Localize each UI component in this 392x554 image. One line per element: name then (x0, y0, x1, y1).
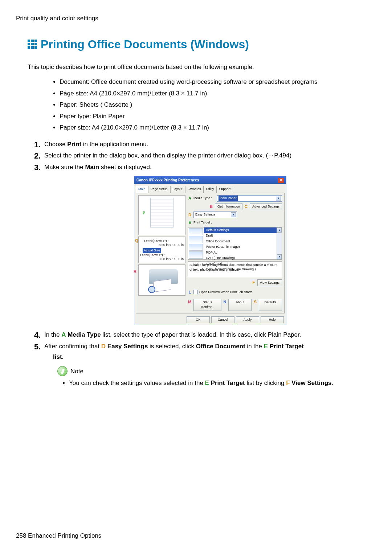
tab-favorites[interactable]: Favorites (185, 186, 204, 193)
marker-f: F (252, 279, 256, 287)
marker-m: M (188, 299, 192, 311)
step-5: After conﬁrming that D Easy Settings is … (34, 342, 376, 388)
target-item[interactable]: Poster (Graphic Image) (204, 244, 277, 250)
tab-utility[interactable]: Utility (204, 186, 217, 193)
letter-label: Letter(8.5"x11") : (140, 253, 164, 257)
marker-a-inline: A (61, 331, 66, 338)
marker-d-inline: D (101, 343, 106, 350)
close-icon[interactable]: × (278, 178, 284, 183)
marker-a: A (188, 195, 192, 201)
status-monitor-button[interactable]: Status Monitor... (193, 299, 221, 311)
dialog-titlebar: Canon iPFxxxx Printing Preferences × (134, 176, 286, 184)
dialog-title: Canon iPFxxxx Printing Preferences (136, 177, 199, 183)
kw-print-target: Print Target (211, 379, 245, 386)
kw-media-type: Media Type (68, 331, 101, 338)
step-1: Choose Print in the application menu. (34, 140, 376, 149)
letter-dim: 8.50 in x 11.00 in (159, 257, 184, 262)
marker-c: C (244, 204, 248, 210)
view-settings-button[interactable]: View Settings (257, 279, 282, 287)
page-number: 258 (16, 532, 26, 539)
step-list: Choose Print in the application menu. Se… (34, 140, 376, 388)
defaults-button[interactable]: Defaults (259, 299, 282, 311)
spec-item: Document: Ofﬁce document created using w… (60, 77, 376, 87)
advanced-settings-button[interactable]: Advanced Settings (250, 203, 282, 210)
scroll-down-icon[interactable]: ▾ (277, 254, 282, 259)
printer-preview: R (138, 264, 185, 296)
step-2: Select the printer in the dialog box, an… (34, 151, 376, 160)
tab-page-setup[interactable]: Page Setup (148, 186, 170, 193)
target-item-default[interactable]: Default Settings (204, 227, 277, 233)
kw-print: Print (67, 141, 81, 148)
step-text: Make sure the (44, 164, 85, 171)
about-button[interactable]: About (228, 299, 252, 311)
page-title: Printing Ofﬁce Documents (Windows) (41, 36, 249, 53)
tab-panel-main: P Q Letter(8.5"x11") : 8.50 in x 11.00 i… (136, 193, 285, 313)
step-3: Make sure the Main sheet is displayed. C… (34, 163, 376, 325)
spec-item: Paper size: A4 (210.0×297.0 mm)/Letter (… (60, 123, 376, 132)
media-type-value: Plain Paper (219, 196, 238, 201)
note-list: You can check the settings values select… (69, 378, 376, 388)
marker-d: D (188, 212, 192, 218)
spec-item: Paper type: Plain Paper (60, 112, 376, 121)
marker-l: L (188, 289, 192, 295)
open-preview-label: Open Preview When Print Job Starts (199, 290, 253, 295)
spec-item: Paper: Sheets ( Cassette ) (60, 100, 376, 110)
scroll-up-icon[interactable]: ▴ (277, 227, 282, 233)
print-target-list[interactable]: Default Settings Draft Office Document P… (188, 227, 282, 260)
step-text: sheet is displayed. (99, 164, 152, 171)
media-type-label: Media Type : (193, 196, 215, 201)
easy-settings-combo[interactable]: Easy Settings ▼ (193, 212, 237, 218)
step-4: In the A Media Type list, select the typ… (34, 330, 376, 340)
tab-bar: Main Page Setup Layout Favorites Utility… (134, 184, 286, 193)
marker-b: B (209, 204, 213, 210)
kw-print-target: Print Target (270, 343, 304, 350)
chevron-down-icon: ▼ (231, 212, 236, 217)
marker-p: P (142, 210, 146, 216)
apply-button[interactable]: Apply (236, 316, 259, 324)
step-text: In the (44, 331, 61, 338)
target-item[interactable]: Draft (204, 233, 277, 239)
letter-label: Letter(8.5"x11") : (144, 239, 168, 243)
tab-layout[interactable]: Layout (170, 186, 185, 193)
target-item[interactable]: CAD (Fast) (204, 261, 277, 267)
step-text: list, select the type of paper that is l… (101, 331, 301, 338)
target-item[interactable]: POP Ad (204, 250, 277, 256)
page-preview: P (138, 195, 185, 235)
kw-view-settings: View Settings (291, 379, 331, 386)
marker-r: R (134, 269, 136, 274)
intro-text: This topic describes how to print ofﬁce … (28, 62, 376, 72)
tab-support[interactable]: Support (217, 186, 233, 193)
scrollbar[interactable]: ▴ ▾ (277, 227, 282, 259)
target-item[interactable]: CAD (Monochrome Line Drawing ) (204, 267, 277, 272)
note-icon (57, 366, 68, 376)
note-text: . (332, 379, 334, 386)
help-button[interactable]: Help (261, 316, 284, 324)
actual-size-label: Actual Size (143, 248, 161, 253)
cancel-button[interactable]: Cancel (211, 316, 234, 324)
target-item[interactable]: CAD (Line Drawing) (204, 255, 277, 261)
open-preview-checkbox[interactable] (193, 290, 198, 294)
note-text: You can check the settings values select… (69, 379, 205, 386)
grid-icon (28, 40, 37, 49)
page-title-row: Printing Ofﬁce Documents (Windows) (28, 36, 376, 53)
magnifier-icon (148, 286, 155, 293)
easy-settings-value: Easy Settings (195, 212, 215, 217)
marker-e: E (188, 219, 192, 226)
marker-e-inline: E (205, 379, 209, 386)
chevron-down-icon: ▼ (276, 196, 281, 201)
marker-f-inline: F (286, 379, 290, 386)
marker-s: S (253, 299, 257, 311)
printing-preferences-dialog: Canon iPFxxxx Printing Preferences × Mai… (134, 176, 286, 325)
kw-print-target-suffix: list. (53, 353, 64, 360)
get-information-button[interactable]: Get Information (215, 203, 242, 210)
ok-button[interactable]: OK (187, 316, 210, 324)
kw-main: Main (85, 164, 99, 171)
marker-q: Q (135, 238, 138, 243)
spec-list: Document: Ofﬁce document created using w… (60, 77, 376, 132)
print-target-label: Print Target : (193, 220, 215, 225)
spec-item: Page size: A4 (210.0×297.0 mm)/Letter (8… (60, 89, 376, 98)
tab-main[interactable]: Main (136, 186, 148, 193)
target-item[interactable]: Office Document (204, 239, 277, 245)
marker-n: N (223, 299, 227, 311)
media-type-combo[interactable]: Plain Paper ▼ (217, 195, 282, 202)
